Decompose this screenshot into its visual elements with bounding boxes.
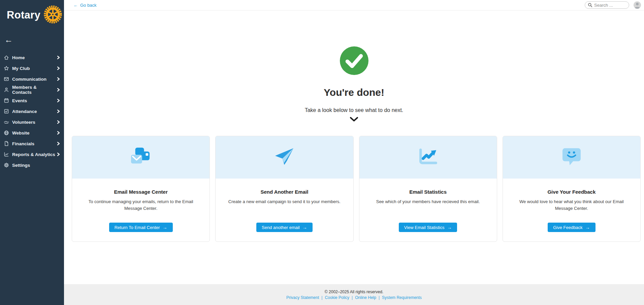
sidebar-item-label: My Club — [12, 66, 57, 71]
card-title: Send Another Email — [216, 189, 353, 195]
chevron-right-icon — [57, 55, 60, 60]
chevron-right-icon — [57, 152, 60, 156]
search-icon — [588, 3, 592, 9]
give-feedback-button[interactable]: Give Feedback → — [548, 223, 595, 232]
arrow-right-icon: → — [447, 225, 452, 230]
button-label: View Email Statistics — [404, 225, 445, 230]
go-back-label: Go back — [80, 3, 96, 8]
sidebar-item-financials[interactable]: Financials — [0, 138, 64, 149]
footer-links: Privacy Statement | Cookie Policy | Onli… — [286, 295, 422, 300]
rotary-wheel-icon — [43, 4, 63, 26]
search-box — [585, 1, 629, 9]
chevron-right-icon — [57, 88, 60, 92]
arrow-right-icon: → — [585, 225, 590, 230]
sidebar-item-home[interactable]: Home — [0, 52, 64, 63]
main-content: You're done! Take a look below to see wh… — [64, 10, 644, 284]
footer-link-system-requirements[interactable]: System Requirements — [382, 295, 422, 300]
calendar-icon — [3, 98, 9, 104]
sidebar-item-label: Members & Contacts — [12, 85, 57, 95]
chevron-right-icon — [57, 99, 60, 103]
star-icon — [3, 66, 9, 71]
card-icon-band — [216, 136, 353, 179]
topbar: ← Go back — [64, 0, 644, 10]
sidebar-item-website[interactable]: Website — [0, 127, 64, 138]
button-label: Return To Email Center — [115, 225, 160, 230]
return-to-email-center-button[interactable]: Return To Email Center → — [109, 223, 173, 232]
sidebar-item-label: Events — [12, 98, 57, 103]
chart-arrow-icon — [418, 148, 438, 167]
sidebar-item-label: Communication — [12, 77, 57, 82]
envelope-icon — [3, 76, 9, 82]
sidebar-nav: Home My Club Communication — [0, 52, 64, 170]
sidebar-item-label: Settings — [12, 163, 60, 168]
card-description: We would love to hear what you think abo… — [503, 198, 640, 212]
sidebar-item-label: Website — [12, 130, 57, 136]
card-send-another-email: Send Another Email Create a new email ca… — [215, 136, 353, 242]
footer-separator: | — [321, 295, 322, 300]
sidebar-item-communication[interactable]: Communication — [0, 74, 64, 84]
paper-plane-icon — [274, 147, 294, 167]
sidebar-item-volunteers[interactable]: Volunteers — [0, 117, 64, 127]
footer-separator: | — [379, 295, 380, 300]
card-description: Create a new email campaign to send it t… — [216, 198, 353, 205]
footer-link-online-help[interactable]: Online Help — [355, 295, 376, 300]
send-another-email-button[interactable]: Send another email → — [256, 223, 313, 232]
card-description: See which of your members have recieved … — [359, 198, 497, 205]
chevron-right-icon — [57, 142, 60, 146]
footer: © 2002–2025 All rights reserved. Privacy… — [64, 284, 644, 305]
card-email-statistics: Email Statistics See which of your membe… — [359, 136, 497, 242]
content-column: ← Go back You're done! Take a look below… — [64, 0, 644, 305]
sidebar-item-settings[interactable]: Settings — [0, 160, 64, 170]
sidebar-item-label: Financials — [12, 141, 57, 146]
user-avatar[interactable] — [634, 1, 641, 9]
smiley-bubble-icon — [562, 148, 581, 167]
arrow-right-icon: → — [163, 225, 167, 230]
chevron-right-icon — [57, 66, 60, 70]
arrow-right-icon: → — [302, 225, 307, 230]
sidebar-item-events[interactable]: Events — [0, 95, 64, 106]
gear-icon — [3, 162, 9, 168]
card-icon-band — [72, 136, 210, 179]
footer-link-cookie-policy[interactable]: Cookie Policy — [325, 295, 349, 300]
page-title: You're done! — [324, 87, 384, 98]
sidebar-item-my-club[interactable]: My Club — [0, 63, 64, 74]
footer-separator: | — [352, 295, 353, 300]
topbar-right — [585, 1, 641, 9]
checkbox-check-icon — [3, 109, 9, 114]
card-title: Email Message Center — [72, 189, 210, 195]
email-message-center-icon — [130, 148, 151, 167]
card-description: To continue managing your emails, return… — [72, 198, 210, 212]
button-label: Send another email — [262, 225, 300, 230]
sidebar-item-label: Attendance — [12, 109, 57, 114]
chevron-right-icon — [57, 131, 60, 135]
card-icon-band — [503, 136, 640, 179]
sidebar-item-attendance[interactable]: Attendance — [0, 106, 64, 117]
rotary-wordmark: Rotary — [7, 9, 40, 21]
sidebar-collapse-button[interactable]: ← — [4, 36, 14, 44]
sidebar-item-reports-analytics[interactable]: Reports & Analytics — [0, 149, 64, 160]
person-icon — [3, 87, 9, 93]
globe-icon — [3, 130, 9, 136]
helping-hand-icon — [3, 119, 9, 125]
view-email-statistics-button[interactable]: View Email Statistics → — [399, 223, 457, 232]
sidebar-item-label: Volunteers — [12, 120, 57, 125]
sidebar-item-members-contacts[interactable]: Members & Contacts — [0, 84, 64, 95]
document-icon — [3, 141, 9, 147]
card-email-message-center: Email Message Center To continue managin… — [72, 136, 210, 242]
rotary-logo: Rotary — [0, 0, 64, 27]
sidebar-item-label: Home — [12, 55, 57, 60]
line-chart-icon — [3, 152, 9, 157]
footer-link-privacy-statement[interactable]: Privacy Statement — [286, 295, 319, 300]
sidebar-item-label: Reports & Analytics — [12, 152, 57, 157]
home-icon — [3, 55, 9, 61]
sidebar: Rotary ← Home — [0, 0, 64, 305]
arrow-left-icon: ← — [73, 3, 78, 8]
card-icon-band — [359, 136, 497, 179]
arrow-left-icon: ← — [4, 35, 13, 44]
copyright-text: © 2002–2025 All rights reserved. — [325, 290, 383, 294]
card-title: Email Statistics — [359, 189, 497, 195]
success-check-icon — [340, 46, 368, 75]
go-back-link[interactable]: ← Go back — [73, 3, 96, 8]
chevron-right-icon — [57, 77, 60, 81]
chevron-right-icon — [57, 109, 60, 113]
